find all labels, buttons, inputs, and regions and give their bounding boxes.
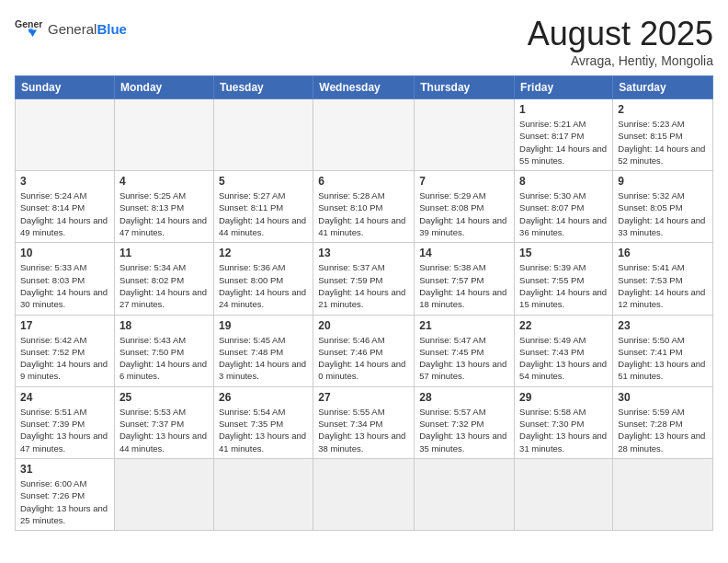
svg-rect-2: [28, 29, 33, 33]
calendar-cell: 13Sunrise: 5:37 AM Sunset: 7:59 PM Dayli…: [313, 243, 415, 315]
day-number: 22: [519, 319, 608, 332]
day-info: Sunrise: 5:29 AM Sunset: 8:08 PM Dayligh…: [419, 190, 509, 238]
day-number: 21: [419, 319, 509, 332]
calendar-cell: 15Sunrise: 5:39 AM Sunset: 7:55 PM Dayli…: [515, 243, 613, 315]
day-info: Sunrise: 5:51 AM Sunset: 7:39 PM Dayligh…: [20, 406, 109, 454]
day-info: Sunrise: 5:25 AM Sunset: 8:13 PM Dayligh…: [119, 190, 209, 238]
day-number: 2: [618, 103, 708, 116]
svg-text:General: General: [15, 18, 42, 29]
day-number: 3: [20, 175, 109, 188]
day-info: Sunrise: 5:54 AM Sunset: 7:35 PM Dayligh…: [219, 406, 308, 454]
calendar-cell: 27Sunrise: 5:55 AM Sunset: 7:34 PM Dayli…: [313, 386, 415, 458]
calendar-cell: 21Sunrise: 5:47 AM Sunset: 7:45 PM Dayli…: [415, 315, 515, 386]
day-number: 10: [20, 247, 109, 259]
day-number: 8: [519, 175, 608, 188]
day-info: Sunrise: 5:58 AM Sunset: 7:30 PM Dayligh…: [519, 406, 608, 454]
calendar-cell: 5Sunrise: 5:27 AM Sunset: 8:11 PM Daylig…: [213, 171, 313, 243]
calendar-cell: [313, 458, 415, 530]
calendar-cell: 30Sunrise: 5:59 AM Sunset: 7:28 PM Dayli…: [613, 386, 713, 458]
calendar-cell: 26Sunrise: 5:54 AM Sunset: 7:35 PM Dayli…: [213, 386, 313, 458]
day-number: 27: [318, 391, 409, 404]
day-info: Sunrise: 5:32 AM Sunset: 8:05 PM Dayligh…: [618, 190, 708, 238]
weekday-header-friday: Friday: [515, 76, 613, 99]
calendar-cell: 22Sunrise: 5:49 AM Sunset: 7:43 PM Dayli…: [515, 315, 613, 386]
calendar-cell: 25Sunrise: 5:53 AM Sunset: 7:37 PM Dayli…: [114, 386, 213, 458]
calendar-cell: 9Sunrise: 5:32 AM Sunset: 8:05 PM Daylig…: [613, 171, 713, 243]
day-number: 30: [618, 391, 708, 404]
day-number: 11: [119, 247, 209, 259]
weekday-header-wednesday: Wednesday: [313, 76, 415, 99]
calendar-cell: [114, 99, 213, 171]
calendar-cell: 29Sunrise: 5:58 AM Sunset: 7:30 PM Dayli…: [515, 386, 613, 458]
day-number: 1: [519, 103, 608, 116]
day-number: 20: [318, 319, 409, 332]
day-number: 15: [519, 247, 608, 259]
day-info: Sunrise: 5:50 AM Sunset: 7:41 PM Dayligh…: [618, 334, 708, 383]
calendar-cell: [213, 99, 313, 171]
day-info: Sunrise: 5:21 AM Sunset: 8:17 PM Dayligh…: [519, 118, 608, 167]
day-info: Sunrise: 5:30 AM Sunset: 8:07 PM Dayligh…: [519, 190, 608, 238]
day-number: 25: [119, 391, 209, 404]
day-number: 6: [318, 175, 409, 188]
calendar-cell: 3Sunrise: 5:24 AM Sunset: 8:14 PM Daylig…: [16, 171, 115, 243]
day-info: Sunrise: 5:55 AM Sunset: 7:34 PM Dayligh…: [318, 406, 409, 454]
day-number: 17: [20, 319, 109, 332]
calendar-cell: [213, 458, 313, 530]
calendar-cell: 24Sunrise: 5:51 AM Sunset: 7:39 PM Dayli…: [16, 386, 115, 458]
calendar-cell: 17Sunrise: 5:42 AM Sunset: 7:52 PM Dayli…: [16, 315, 115, 386]
calendar-cell: 18Sunrise: 5:43 AM Sunset: 7:50 PM Dayli…: [114, 315, 213, 386]
calendar-cell: [415, 458, 515, 530]
calendar-title: August 2025: [528, 15, 713, 53]
day-number: 4: [119, 175, 209, 188]
calendar-cell: 16Sunrise: 5:41 AM Sunset: 7:53 PM Dayli…: [613, 243, 713, 315]
day-number: 24: [20, 391, 109, 404]
day-number: 19: [219, 319, 308, 332]
calendar-cell: 28Sunrise: 5:57 AM Sunset: 7:32 PM Dayli…: [415, 386, 515, 458]
day-number: 13: [318, 247, 409, 259]
calendar-cell: 31Sunrise: 6:00 AM Sunset: 7:26 PM Dayli…: [16, 458, 115, 530]
calendar-cell: 11Sunrise: 5:34 AM Sunset: 8:02 PM Dayli…: [114, 243, 213, 315]
day-info: Sunrise: 5:28 AM Sunset: 8:10 PM Dayligh…: [318, 190, 409, 238]
calendar-subtitle: Avraga, Hentiy, Mongolia: [528, 53, 713, 68]
weekday-header-sunday: Sunday: [16, 76, 115, 99]
day-info: Sunrise: 5:45 AM Sunset: 7:48 PM Dayligh…: [219, 334, 308, 383]
calendar-cell: [415, 99, 515, 171]
day-info: Sunrise: 5:27 AM Sunset: 8:11 PM Dayligh…: [219, 190, 308, 238]
calendar-cell: 14Sunrise: 5:38 AM Sunset: 7:57 PM Dayli…: [415, 243, 515, 315]
logo-general: General: [48, 21, 97, 37]
day-info: Sunrise: 5:42 AM Sunset: 7:52 PM Dayligh…: [20, 334, 109, 383]
calendar-cell: 10Sunrise: 5:33 AM Sunset: 8:03 PM Dayli…: [16, 243, 115, 315]
day-info: Sunrise: 5:49 AM Sunset: 7:43 PM Dayligh…: [519, 334, 608, 383]
day-number: 23: [618, 319, 708, 332]
page-header: General GeneralBlue August 2025 Avraga, …: [15, 15, 713, 68]
day-info: Sunrise: 5:39 AM Sunset: 7:55 PM Dayligh…: [519, 261, 608, 310]
day-info: Sunrise: 5:53 AM Sunset: 7:37 PM Dayligh…: [119, 406, 209, 454]
day-info: Sunrise: 5:47 AM Sunset: 7:45 PM Dayligh…: [419, 334, 509, 383]
logo: General GeneralBlue: [15, 15, 127, 42]
day-info: Sunrise: 5:23 AM Sunset: 8:15 PM Dayligh…: [618, 118, 708, 167]
day-info: Sunrise: 5:33 AM Sunset: 8:03 PM Dayligh…: [20, 261, 109, 310]
weekday-header-tuesday: Tuesday: [213, 76, 313, 99]
day-info: Sunrise: 6:00 AM Sunset: 7:26 PM Dayligh…: [20, 477, 109, 526]
weekday-header-monday: Monday: [114, 76, 213, 99]
day-info: Sunrise: 5:59 AM Sunset: 7:28 PM Dayligh…: [618, 406, 708, 454]
calendar-cell: [613, 458, 713, 530]
calendar-cell: [114, 458, 213, 530]
logo-blue: Blue: [97, 21, 127, 37]
weekday-header-thursday: Thursday: [415, 76, 515, 99]
day-number: 14: [419, 247, 509, 259]
day-info: Sunrise: 5:43 AM Sunset: 7:50 PM Dayligh…: [119, 334, 209, 383]
calendar-cell: [515, 458, 613, 530]
calendar-table: SundayMondayTuesdayWednesdayThursdayFrid…: [15, 75, 713, 531]
day-number: 9: [618, 175, 708, 188]
day-info: Sunrise: 5:41 AM Sunset: 7:53 PM Dayligh…: [618, 261, 708, 310]
title-block: August 2025 Avraga, Hentiy, Mongolia: [528, 15, 713, 68]
day-number: 18: [119, 319, 209, 332]
calendar-cell: 12Sunrise: 5:36 AM Sunset: 8:00 PM Dayli…: [213, 243, 313, 315]
calendar-cell: 6Sunrise: 5:28 AM Sunset: 8:10 PM Daylig…: [313, 171, 415, 243]
calendar-cell: [313, 99, 415, 171]
logo-icon: General: [15, 15, 42, 42]
day-number: 31: [20, 463, 109, 476]
day-number: 5: [219, 175, 308, 188]
day-info: Sunrise: 5:46 AM Sunset: 7:46 PM Dayligh…: [318, 334, 409, 383]
